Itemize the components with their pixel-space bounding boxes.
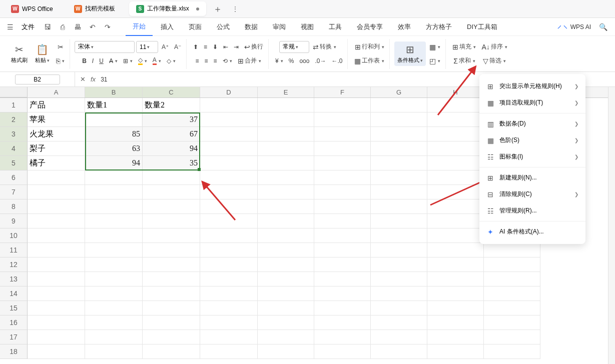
- cell-C15[interactable]: [143, 301, 200, 316]
- cell-D3[interactable]: [200, 127, 258, 142]
- row-header-1[interactable]: 1: [0, 98, 28, 112]
- cell-F12[interactable]: [314, 258, 371, 272]
- cell-F17[interactable]: [314, 330, 371, 344]
- search-icon[interactable]: 🔍: [597, 21, 609, 33]
- cell-E15[interactable]: [258, 301, 314, 316]
- cell-F2[interactable]: [314, 112, 371, 127]
- cell-I16[interactable]: [484, 316, 540, 330]
- italic-button[interactable]: I: [90, 56, 96, 66]
- select-all-corner[interactable]: [0, 87, 28, 98]
- cell-H13[interactable]: [427, 272, 484, 286]
- cell-G17[interactable]: [371, 330, 427, 344]
- cell-A6[interactable]: [28, 170, 85, 185]
- row-header-14[interactable]: 14: [0, 286, 28, 301]
- cell-A5[interactable]: 橘子: [28, 156, 85, 170]
- cell-B18[interactable]: [85, 344, 143, 359]
- cell-G11[interactable]: [371, 243, 427, 258]
- filter-button[interactable]: ▽筛选: [481, 56, 508, 66]
- cell-G2[interactable]: [371, 112, 427, 127]
- cell-B9[interactable]: [85, 214, 143, 228]
- cell-F14[interactable]: [314, 286, 371, 301]
- col-header-B[interactable]: B: [85, 87, 143, 98]
- cell-C13[interactable]: [143, 272, 200, 286]
- cell-A8[interactable]: [28, 200, 85, 214]
- cell-H8[interactable]: [427, 200, 484, 214]
- col-header-C[interactable]: C: [143, 87, 200, 98]
- export-icon[interactable]: ⎙: [57, 21, 69, 33]
- row-header-17[interactable]: 17: [0, 330, 28, 344]
- cell-D18[interactable]: [200, 344, 258, 359]
- cell-F18[interactable]: [314, 344, 371, 359]
- menu-tab-审阅[interactable]: 审阅: [266, 18, 293, 36]
- fill-button[interactable]: ⊞填充: [450, 42, 478, 52]
- row-header-7[interactable]: 7: [0, 185, 28, 200]
- cell-E18[interactable]: [258, 344, 314, 359]
- comma-button[interactable]: ooo: [297, 56, 311, 66]
- cell-D15[interactable]: [200, 301, 258, 316]
- row-header-4[interactable]: 4: [0, 142, 28, 156]
- cell-D13[interactable]: [200, 272, 258, 286]
- hamburger-icon[interactable]: ☰: [5, 21, 16, 33]
- orientation-button[interactable]: ⟲: [221, 56, 234, 66]
- menu-item-8[interactable]: ⊟清除规则(C)❯: [479, 186, 585, 202]
- cell-D5[interactable]: [200, 156, 258, 170]
- cell-B5[interactable]: 94: [85, 156, 143, 170]
- cell-B3[interactable]: 85: [85, 127, 143, 142]
- cell-F8[interactable]: [314, 200, 371, 214]
- cell-H16[interactable]: [427, 316, 484, 330]
- cell-B15[interactable]: [85, 301, 143, 316]
- formula-value[interactable]: 31: [101, 76, 107, 83]
- increase-decimal-button[interactable]: .0→: [313, 56, 328, 66]
- cell-G15[interactable]: [371, 301, 427, 316]
- strikethrough-button[interactable]: A̶: [107, 56, 120, 66]
- cell-D14[interactable]: [200, 286, 258, 301]
- cell-I11[interactable]: [484, 243, 540, 258]
- menu-tab-会员专享[interactable]: 会员专享: [350, 18, 390, 36]
- cell-A15[interactable]: [28, 301, 85, 316]
- cell-B4[interactable]: 63: [85, 142, 143, 156]
- cell-F7[interactable]: [314, 185, 371, 200]
- menu-tab-方方格子[interactable]: 方方格子: [419, 18, 459, 36]
- cell-D16[interactable]: [200, 316, 258, 330]
- cell-G13[interactable]: [371, 272, 427, 286]
- add-tab-button[interactable]: ＋: [208, 3, 227, 15]
- cell-B17[interactable]: [85, 330, 143, 344]
- align-middle-button[interactable]: ≡: [202, 42, 209, 52]
- menu-tab-开始[interactable]: 开始: [126, 18, 153, 36]
- cell-C6[interactable]: [143, 170, 200, 185]
- cell-A7[interactable]: [28, 185, 85, 200]
- cell-B8[interactable]: [85, 200, 143, 214]
- cell-H17[interactable]: [427, 330, 484, 344]
- menu-item-5[interactable]: ☷图标集(I)❯: [479, 148, 585, 165]
- cell-A2[interactable]: 苹果: [28, 112, 85, 127]
- sort-button[interactable]: A↓排序: [479, 42, 509, 52]
- cell-H18[interactable]: [427, 344, 484, 359]
- row-header-11[interactable]: 11: [0, 243, 28, 258]
- cell-E12[interactable]: [258, 258, 314, 272]
- font-color-button[interactable]: A: [151, 56, 163, 66]
- cell-D1[interactable]: [200, 98, 258, 112]
- cell-B1[interactable]: 数量1: [85, 98, 143, 112]
- cell-H2[interactable]: [427, 112, 484, 127]
- cell-H7[interactable]: [427, 185, 484, 200]
- cell-E16[interactable]: [258, 316, 314, 330]
- cell-D2[interactable]: [200, 112, 258, 127]
- align-right-button[interactable]: ≡: [212, 56, 219, 66]
- cell-E8[interactable]: [258, 200, 314, 214]
- cell-I17[interactable]: [484, 330, 540, 344]
- cell-I14[interactable]: [484, 286, 540, 301]
- fill-color-button[interactable]: ◇: [136, 56, 149, 66]
- format-brush-button[interactable]: ✂ 格式刷: [8, 42, 31, 66]
- cell-H6[interactable]: [427, 170, 484, 185]
- cell-H10[interactable]: [427, 228, 484, 243]
- cell-G9[interactable]: [371, 214, 427, 228]
- cell-C7[interactable]: [143, 185, 200, 200]
- cell-F15[interactable]: [314, 301, 371, 316]
- cell-A16[interactable]: [28, 316, 85, 330]
- menu-item-9[interactable]: ☷管理规则(R)...: [479, 202, 585, 219]
- font-name-select[interactable]: 宋体: [75, 41, 135, 53]
- row-header-18[interactable]: 18: [0, 344, 28, 359]
- cell-E3[interactable]: [258, 127, 314, 142]
- col-header-H[interactable]: H: [427, 87, 484, 98]
- format-table-button[interactable]: ◰: [427, 56, 442, 66]
